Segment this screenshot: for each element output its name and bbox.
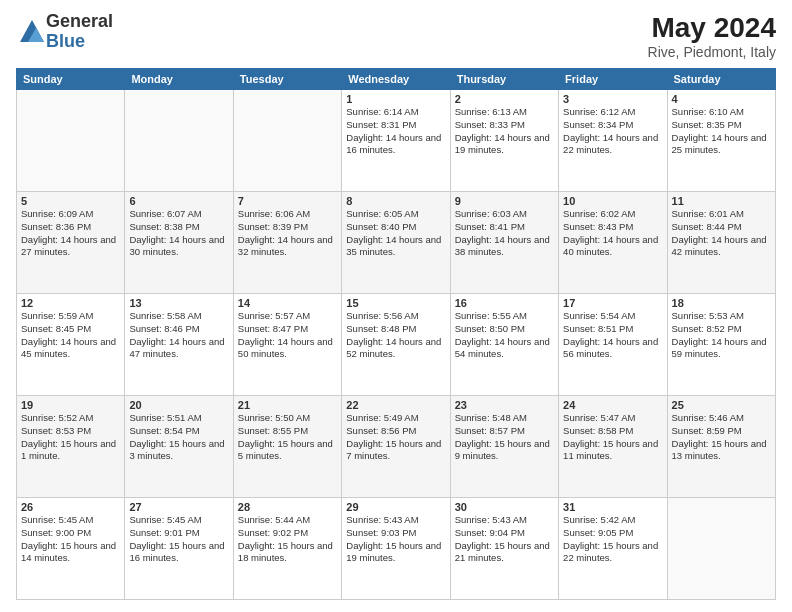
day-number: 21 [238,399,337,411]
day-content: Sunrise: 5:50 AM Sunset: 8:55 PM Dayligh… [238,412,337,463]
weekday-header-monday: Monday [125,69,233,90]
day-number: 16 [455,297,554,309]
day-number: 27 [129,501,228,513]
day-number: 14 [238,297,337,309]
calendar-table: SundayMondayTuesdayWednesdayThursdayFrid… [16,68,776,600]
calendar-cell [125,90,233,192]
day-number: 28 [238,501,337,513]
calendar-body: 1Sunrise: 6:14 AM Sunset: 8:31 PM Daylig… [17,90,776,600]
day-content: Sunrise: 5:58 AM Sunset: 8:46 PM Dayligh… [129,310,228,361]
day-number: 22 [346,399,445,411]
calendar-cell: 22Sunrise: 5:49 AM Sunset: 8:56 PM Dayli… [342,396,450,498]
day-content: Sunrise: 6:14 AM Sunset: 8:31 PM Dayligh… [346,106,445,157]
calendar-cell: 4Sunrise: 6:10 AM Sunset: 8:35 PM Daylig… [667,90,775,192]
calendar-cell: 27Sunrise: 5:45 AM Sunset: 9:01 PM Dayli… [125,498,233,600]
day-content: Sunrise: 6:03 AM Sunset: 8:41 PM Dayligh… [455,208,554,259]
calendar-cell: 23Sunrise: 5:48 AM Sunset: 8:57 PM Dayli… [450,396,558,498]
calendar-cell: 25Sunrise: 5:46 AM Sunset: 8:59 PM Dayli… [667,396,775,498]
day-number: 12 [21,297,120,309]
day-number: 10 [563,195,662,207]
day-content: Sunrise: 5:48 AM Sunset: 8:57 PM Dayligh… [455,412,554,463]
day-number: 9 [455,195,554,207]
calendar-cell: 6Sunrise: 6:07 AM Sunset: 8:38 PM Daylig… [125,192,233,294]
calendar-cell [17,90,125,192]
day-content: Sunrise: 5:59 AM Sunset: 8:45 PM Dayligh… [21,310,120,361]
title-block: May 2024 Rive, Piedmont, Italy [648,12,776,60]
week-row-1: 5Sunrise: 6:09 AM Sunset: 8:36 PM Daylig… [17,192,776,294]
day-content: Sunrise: 6:02 AM Sunset: 8:43 PM Dayligh… [563,208,662,259]
week-row-4: 26Sunrise: 5:45 AM Sunset: 9:00 PM Dayli… [17,498,776,600]
day-number: 30 [455,501,554,513]
day-number: 3 [563,93,662,105]
month-title: May 2024 [648,12,776,44]
day-number: 11 [672,195,771,207]
calendar-cell: 18Sunrise: 5:53 AM Sunset: 8:52 PM Dayli… [667,294,775,396]
day-number: 2 [455,93,554,105]
day-content: Sunrise: 5:57 AM Sunset: 8:47 PM Dayligh… [238,310,337,361]
day-content: Sunrise: 5:56 AM Sunset: 8:48 PM Dayligh… [346,310,445,361]
calendar-cell: 24Sunrise: 5:47 AM Sunset: 8:58 PM Dayli… [559,396,667,498]
day-content: Sunrise: 5:42 AM Sunset: 9:05 PM Dayligh… [563,514,662,565]
calendar-cell: 2Sunrise: 6:13 AM Sunset: 8:33 PM Daylig… [450,90,558,192]
calendar-cell: 15Sunrise: 5:56 AM Sunset: 8:48 PM Dayli… [342,294,450,396]
day-content: Sunrise: 6:10 AM Sunset: 8:35 PM Dayligh… [672,106,771,157]
day-content: Sunrise: 5:46 AM Sunset: 8:59 PM Dayligh… [672,412,771,463]
day-number: 25 [672,399,771,411]
day-content: Sunrise: 5:52 AM Sunset: 8:53 PM Dayligh… [21,412,120,463]
calendar-cell: 29Sunrise: 5:43 AM Sunset: 9:03 PM Dayli… [342,498,450,600]
calendar-cell [233,90,341,192]
logo-icon [18,18,46,46]
day-content: Sunrise: 6:12 AM Sunset: 8:34 PM Dayligh… [563,106,662,157]
calendar-header: SundayMondayTuesdayWednesdayThursdayFrid… [17,69,776,90]
calendar-cell [667,498,775,600]
day-content: Sunrise: 6:01 AM Sunset: 8:44 PM Dayligh… [672,208,771,259]
day-content: Sunrise: 5:45 AM Sunset: 9:00 PM Dayligh… [21,514,120,565]
calendar-cell: 11Sunrise: 6:01 AM Sunset: 8:44 PM Dayli… [667,192,775,294]
week-row-0: 1Sunrise: 6:14 AM Sunset: 8:31 PM Daylig… [17,90,776,192]
calendar-cell: 1Sunrise: 6:14 AM Sunset: 8:31 PM Daylig… [342,90,450,192]
logo-text: General Blue [46,12,113,52]
location: Rive, Piedmont, Italy [648,44,776,60]
calendar-cell: 14Sunrise: 5:57 AM Sunset: 8:47 PM Dayli… [233,294,341,396]
day-number: 1 [346,93,445,105]
day-content: Sunrise: 6:09 AM Sunset: 8:36 PM Dayligh… [21,208,120,259]
weekday-header-friday: Friday [559,69,667,90]
calendar-cell: 3Sunrise: 6:12 AM Sunset: 8:34 PM Daylig… [559,90,667,192]
day-content: Sunrise: 5:53 AM Sunset: 8:52 PM Dayligh… [672,310,771,361]
day-number: 26 [21,501,120,513]
weekday-header-wednesday: Wednesday [342,69,450,90]
calendar-cell: 7Sunrise: 6:06 AM Sunset: 8:39 PM Daylig… [233,192,341,294]
calendar-cell: 16Sunrise: 5:55 AM Sunset: 8:50 PM Dayli… [450,294,558,396]
day-content: Sunrise: 6:05 AM Sunset: 8:40 PM Dayligh… [346,208,445,259]
weekday-row: SundayMondayTuesdayWednesdayThursdayFrid… [17,69,776,90]
calendar-cell: 21Sunrise: 5:50 AM Sunset: 8:55 PM Dayli… [233,396,341,498]
day-number: 15 [346,297,445,309]
day-number: 29 [346,501,445,513]
calendar-cell: 28Sunrise: 5:44 AM Sunset: 9:02 PM Dayli… [233,498,341,600]
calendar-cell: 26Sunrise: 5:45 AM Sunset: 9:00 PM Dayli… [17,498,125,600]
day-content: Sunrise: 5:51 AM Sunset: 8:54 PM Dayligh… [129,412,228,463]
page: General Blue May 2024 Rive, Piedmont, It… [0,0,792,612]
day-content: Sunrise: 5:49 AM Sunset: 8:56 PM Dayligh… [346,412,445,463]
calendar-cell: 20Sunrise: 5:51 AM Sunset: 8:54 PM Dayli… [125,396,233,498]
calendar-cell: 8Sunrise: 6:05 AM Sunset: 8:40 PM Daylig… [342,192,450,294]
calendar-cell: 19Sunrise: 5:52 AM Sunset: 8:53 PM Dayli… [17,396,125,498]
logo: General Blue [16,12,113,52]
calendar-cell: 5Sunrise: 6:09 AM Sunset: 8:36 PM Daylig… [17,192,125,294]
day-number: 24 [563,399,662,411]
week-row-3: 19Sunrise: 5:52 AM Sunset: 8:53 PM Dayli… [17,396,776,498]
day-content: Sunrise: 5:54 AM Sunset: 8:51 PM Dayligh… [563,310,662,361]
day-number: 18 [672,297,771,309]
day-content: Sunrise: 6:07 AM Sunset: 8:38 PM Dayligh… [129,208,228,259]
day-content: Sunrise: 6:06 AM Sunset: 8:39 PM Dayligh… [238,208,337,259]
day-number: 5 [21,195,120,207]
day-content: Sunrise: 5:43 AM Sunset: 9:04 PM Dayligh… [455,514,554,565]
day-number: 4 [672,93,771,105]
calendar-cell: 17Sunrise: 5:54 AM Sunset: 8:51 PM Dayli… [559,294,667,396]
day-number: 19 [21,399,120,411]
week-row-2: 12Sunrise: 5:59 AM Sunset: 8:45 PM Dayli… [17,294,776,396]
day-number: 20 [129,399,228,411]
header: General Blue May 2024 Rive, Piedmont, It… [16,12,776,60]
logo-general-text: General [46,12,113,32]
calendar-cell: 30Sunrise: 5:43 AM Sunset: 9:04 PM Dayli… [450,498,558,600]
